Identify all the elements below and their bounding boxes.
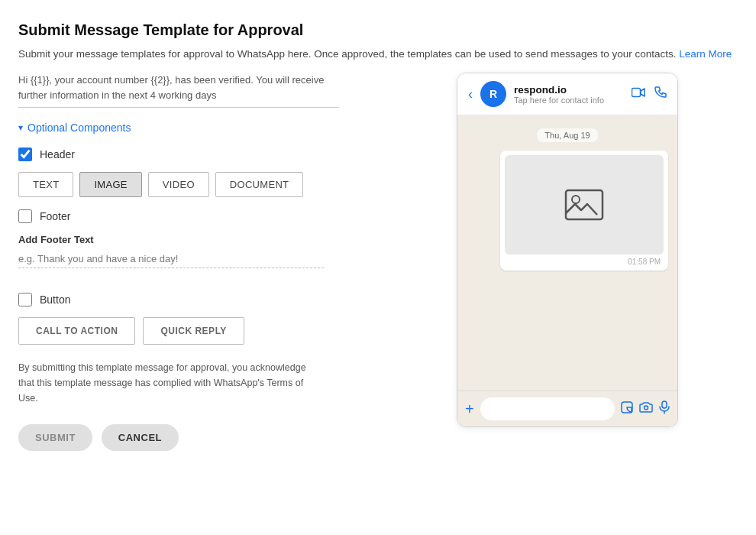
page-title: Submit Message Template for Approval [18,21,738,39]
header-checkbox[interactable] [18,148,32,161]
chat-bubble-time: 01:58 PM [505,258,664,266]
phone-call-icon[interactable] [654,86,667,102]
action-buttons-row: CALL TO ACTION QUICK REPLY [18,317,438,345]
header-label[interactable]: Header [40,148,75,160]
phone-preview-column: ‹ R respond.io Tap here for contact info [457,73,686,427]
back-icon[interactable]: ‹ [468,86,473,102]
header-checkbox-row: Header [18,148,438,161]
phone-header: ‹ R respond.io Tap here for contact info [457,73,677,115]
add-attachment-icon[interactable]: + [465,400,474,418]
phone-header-icons [632,86,667,102]
phone-input-bar: + [457,391,677,426]
optional-components-toggle[interactable]: ▾ Optional Components [18,122,438,134]
svg-point-4 [645,406,648,410]
header-section: Header TEXT IMAGE VIDEO DOCUMENT [18,148,438,197]
header-type-group: TEXT IMAGE VIDEO DOCUMENT [18,172,438,197]
button-checkbox[interactable] [18,293,32,306]
optional-components-label: Optional Components [27,122,131,134]
quick-reply-button[interactable]: QUICK REPLY [143,317,244,345]
camera-icon[interactable] [639,402,653,416]
footer-checkbox[interactable] [18,209,32,223]
phone-input-icons [621,400,670,417]
button-section: Button CALL TO ACTION QUICK REPLY [18,293,438,345]
contact-info: respond.io Tap here for contact info [514,84,624,105]
message-input-area[interactable] [480,397,615,420]
svg-rect-1 [566,190,603,219]
document-tab[interactable]: DOCUMENT [215,172,304,197]
sticker-icon[interactable] [621,401,633,417]
image-placeholder-svg [564,184,605,225]
video-call-icon[interactable] [632,87,645,101]
contact-sub: Tap here for contact info [514,96,624,105]
button-checkbox-row: Button [18,293,438,306]
button-label[interactable]: Button [40,293,70,306]
chevron-icon: ▾ [18,122,23,133]
disclaimer-text: By submitting this template message for … [18,360,309,406]
footer-label[interactable]: Footer [40,210,70,222]
contact-name: respond.io [514,84,624,96]
learn-more-link[interactable]: Learn More [679,48,732,60]
image-tab[interactable]: IMAGE [79,172,141,197]
cancel-button[interactable]: CANCEL [102,424,179,451]
description-text: Submit your message templates for approv… [18,48,676,60]
avatar: R [480,81,506,107]
left-column: Hi {{1}}, your account number {{2}}, has… [18,73,438,451]
video-tab[interactable]: VIDEO [148,172,209,197]
message-preview: Hi {{1}}, your account number {{2}}, has… [18,73,339,108]
phone-chat-area: Thu, Aug 19 01:58 PM [457,115,677,391]
footer-section: Footer Add Footer Text [18,209,438,280]
phone-mockup: ‹ R respond.io Tap here for contact info [457,73,678,427]
call-to-action-button[interactable]: CALL TO ACTION [18,317,135,345]
page-description: Submit your message templates for approv… [18,47,738,62]
submit-button[interactable]: SUBMIT [18,424,92,451]
svg-rect-0 [632,89,641,97]
svg-rect-5 [662,401,667,408]
date-badge-text: Thu, Aug 19 [537,128,597,142]
microphone-icon[interactable] [659,400,670,417]
footer-checkbox-row: Footer [18,209,438,223]
add-footer-label: Add Footer Text [18,234,438,245]
chat-image-placeholder [505,155,664,255]
footer-input[interactable] [18,250,324,268]
chat-date-badge: Thu, Aug 19 [467,128,668,141]
text-tab[interactable]: TEXT [18,172,73,197]
chat-bubble: 01:58 PM [500,151,668,271]
bottom-buttons: SUBMIT CANCEL [18,424,438,451]
